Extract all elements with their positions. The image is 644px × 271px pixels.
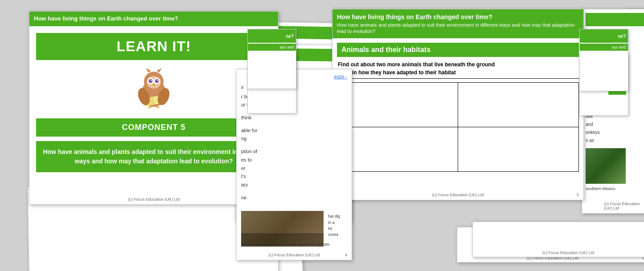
page4-ref10: t's [241,172,347,181]
grid-cell-1-1 [337,82,458,127]
svg-marker-2 [146,68,151,73]
page6-location: southern Mexico. [582,186,644,192]
page1-header: How have living things on Earth changed … [29,12,278,26]
page4-ref8: es to [241,156,347,164]
grid-cell-2-2 [458,127,579,171]
right-peek-green-1b: ays and [580,44,628,51]
page5-num: 5 [577,193,579,197]
mid-text1: hat dig [328,214,340,218]
peek-green-1: ne? [248,29,296,43]
right-peek-text-1b: ays and [611,45,626,49]
page4-ref6: ng [241,134,347,143]
page5-line2: Explain how they have adapted to their h… [332,69,583,79]
habitat-grid [337,82,579,172]
page4-footer: (c) Focus Education (UK) Ltd [268,253,320,257]
svg-marker-3 [156,68,162,73]
peek-text-1b: ays and [279,45,294,49]
grid-row-2 [337,127,579,171]
learn-it-banner: LEARN IT! [36,33,271,60]
animals-title-box: Animals and their habitats [337,43,579,57]
right-peek-card-1: ne? ays and [579,29,628,91]
animals-title-text: Animals and their habitats [341,46,431,53]
p6-t10: onkeys [586,129,644,137]
page5-header-subtitle: How have animals and plants adapted to s… [337,22,579,35]
p6-t11: n as [586,137,644,145]
right-peek-text-1: ne? [618,34,626,39]
page4-photo [241,211,324,247]
page5-footer: (c) Focus Education (UK) Ltd [432,193,484,197]
peek-green-1b: ays and [248,44,296,51]
page5-line1: Find out about two more animals that liv… [332,60,583,69]
page6-footer: (c) Focus Education (UK) Ltd [604,202,644,210]
svg-point-10 [157,80,158,81]
page4-ref7: ption of [241,147,347,156]
page5-header: How have living things on Earth changed … [332,9,583,38]
grid-cell-1-2 [458,82,579,127]
page4-ref12: ne [241,194,347,202]
p6-t9: and [586,121,644,129]
mid-text4: ccess [328,232,338,237]
mid-text2: in a [328,220,335,225]
page4-img [241,211,324,247]
page1-header-text: How have living things on Earth changed … [34,15,178,22]
page4-ref9: er [241,164,347,173]
grid-cell-2-1 [337,127,458,171]
page6-photos [586,148,644,184]
bot-card-back: (c) Focus Education (UK) Ltd 7 [472,222,644,257]
peek-card-1: ne? ays and [247,29,296,89]
page6-bar [586,13,644,26]
svg-point-9 [151,80,152,81]
right-peek-green-1: ne? [580,29,628,43]
page4-ref5: able for [241,126,347,135]
bot-back-footer: (c) Focus Education (UK) Ltd [542,251,594,255]
page4-ref11: ary [241,181,347,189]
page6-photo1 [586,148,626,184]
mid-text3: ey [328,226,332,231]
page4-num: 4 [345,253,347,257]
page5-header-title: How have living things on Earth changed … [337,13,579,21]
page4-bottom-text: to fresh water and prey for their prefer… [241,242,349,247]
grid-row-1 [337,82,579,127]
page-card-5: How have living things on Earth changed … [332,9,584,200]
page4-side-text: hat dig in a ey ccess [328,214,349,238]
page4-ref4: think [241,113,347,122]
peek-text-1: ne? [286,34,294,39]
